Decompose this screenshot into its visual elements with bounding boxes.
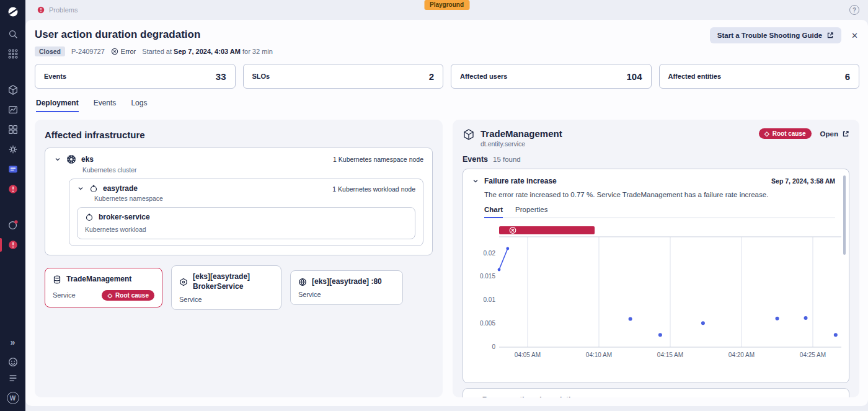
tree-node-workload[interactable]: broker-service Kubernetes workload — [77, 207, 415, 239]
service-name: TradeManagement — [66, 275, 131, 285]
svg-text:04:15 AM: 04:15 AM — [657, 351, 683, 358]
failure-rate-chart[interactable]: 04:05 AM04:10 AM04:15 AM04:20 AM04:25 AM… — [474, 221, 835, 371]
chevron-right-icon[interactable]: › — [473, 397, 476, 397]
infrastructure-title: Affected infrastructure — [45, 130, 433, 140]
logs-icon[interactable] — [5, 370, 21, 386]
breadcrumb-problems[interactable]: Problems — [37, 6, 78, 14]
chevron-down-icon[interactable] — [77, 185, 84, 192]
events-label: Events — [463, 155, 488, 164]
service-type: Service — [298, 291, 321, 298]
help-bot-icon[interactable] — [5, 354, 21, 370]
svg-text:04:25 AM: 04:25 AM — [800, 351, 826, 358]
service-name-line1: [eks][easytrade] — [193, 272, 250, 282]
stat-value: 104 — [626, 71, 642, 82]
open-entity-link[interactable]: Open — [820, 130, 849, 138]
service-card-trademanagement[interactable]: TradeManagement Service ◇ Root cause — [45, 268, 162, 307]
event-header[interactable]: Failure rate increase Sep 7, 2024, 3:58 … — [472, 177, 835, 185]
search-icon[interactable] — [5, 26, 21, 42]
event-timestamp: Sep 7, 2024, 4:01 AM — [775, 396, 839, 397]
stat-card-events[interactable]: Events 33 — [35, 64, 236, 89]
diamond-icon: ◇ — [107, 292, 112, 299]
root-cause-badge[interactable]: ◇ Root cause — [759, 128, 812, 139]
svg-text:0.01: 0.01 — [484, 296, 496, 303]
events-scrollbar[interactable] — [843, 175, 846, 255]
page-header: User action duration degradation Closed … — [35, 26, 859, 56]
tree-node-namespace: easytrade 1 Kubernetes workload node Kub… — [69, 179, 423, 246]
problems-icon[interactable] — [5, 181, 21, 197]
started-prefix: Started at — [142, 48, 172, 55]
svg-text:0.015: 0.015 — [480, 273, 495, 280]
cluster-head[interactable]: eks 1 Kubernetes namespace node — [54, 154, 423, 164]
service-name-line2: BrokerService — [193, 282, 250, 292]
cluster-type: Kubernetes cluster — [82, 166, 423, 174]
app-sidebar: » W — [0, 0, 25, 411]
svg-text:04:05 AM: 04:05 AM — [515, 351, 541, 358]
app-launcher-icon[interactable] — [5, 46, 21, 62]
events-count: 15 found — [493, 156, 521, 163]
chevron-down-icon[interactable] — [54, 156, 61, 162]
notifications-app-icon[interactable] — [5, 217, 21, 233]
stat-card-affected-entities[interactable]: Affected entities 6 — [659, 64, 860, 89]
event-tab-chart[interactable]: Chart — [484, 206, 503, 218]
event-tabs: Chart Properties — [484, 206, 835, 218]
workloads-icon[interactable] — [5, 122, 21, 138]
service-type: Service — [53, 291, 76, 299]
service-card-brokerservice[interactable]: [eks][easytrade] BrokerService Service — [171, 265, 281, 310]
playground-badge[interactable]: Playground — [424, 0, 469, 10]
detail-actions: ◇ Root cause Open — [759, 128, 849, 139]
detail-header: TradeManagement dt.entity.service ◇ Root… — [463, 128, 849, 148]
problem-meta-row: Closed P-2409727 Error Started at Sep 7,… — [35, 46, 859, 56]
globe-icon — [298, 278, 307, 286]
severity-label: Error — [121, 48, 136, 55]
stat-card-slos[interactable]: SLOs 2 — [243, 64, 444, 89]
problem-detail-page: User action duration degradation Closed … — [25, 20, 868, 406]
dynatrace-logo-icon[interactable] — [5, 4, 21, 20]
stat-value: 2 — [429, 71, 434, 82]
event-card-response-time[interactable]: › Response time degradation Sep 7, 2024,… — [463, 388, 849, 397]
service-name: [eks][easytrade] :80 — [312, 277, 382, 287]
close-icon[interactable]: ✕ — [851, 31, 858, 40]
dashboards-icon[interactable] — [5, 102, 21, 118]
main-tabs: Deployment Events Logs — [35, 99, 859, 112]
started-text: Started at Sep 7, 2024, 4:03 AM for 32 m… — [142, 48, 273, 55]
workflows-icon[interactable]: W — [5, 390, 21, 406]
infrastructure-icon[interactable] — [5, 82, 21, 98]
stat-value: 6 — [845, 71, 850, 82]
active-indicator-bar — [0, 238, 2, 252]
service-icon — [179, 278, 188, 286]
chevron-down-icon[interactable] — [472, 178, 479, 184]
content-row: Affected infrastructure eks 1 Kubernetes… — [35, 120, 859, 397]
kubernetes-namespace-icon — [89, 184, 98, 193]
tab-logs[interactable]: Logs — [131, 99, 147, 112]
problems-app-icon — [37, 6, 45, 14]
svg-text:0.005: 0.005 — [480, 320, 495, 327]
app-topbar: Problems Playground ? — [25, 0, 868, 20]
event-description: The error rate increased to 0.77 %. Serv… — [484, 191, 835, 198]
status-badge: Closed — [35, 46, 65, 56]
troubleshooting-guide-button[interactable]: Start a Trouble Shooting Guide — [710, 27, 841, 43]
external-link-icon — [842, 130, 849, 138]
service-card-port80[interactable]: [eks][easytrade] :80 Service — [290, 270, 403, 306]
header-actions: Start a Trouble Shooting Guide ✕ — [710, 27, 858, 43]
event-tab-properties[interactable]: Properties — [515, 206, 547, 218]
tab-deployment[interactable]: Deployment — [36, 99, 79, 112]
workload-type: Kubernetes workload — [85, 226, 407, 233]
expand-sidebar-icon[interactable]: » — [5, 334, 21, 350]
stat-card-affected-users[interactable]: Affected users 104 — [451, 64, 652, 89]
problems-active-icon[interactable] — [5, 237, 21, 253]
stat-label: Affected users — [460, 73, 507, 80]
extensions-icon[interactable] — [5, 161, 21, 177]
stat-label: Affected entities — [668, 73, 722, 80]
help-icon[interactable]: ? — [849, 5, 859, 15]
affected-infrastructure-panel: Affected infrastructure eks 1 Kubernetes… — [35, 120, 443, 397]
namespace-head[interactable]: easytrade 1 Kubernetes workload node — [77, 184, 415, 193]
sidebar-bottom-group: » W — [5, 334, 21, 406]
namespace-name: easytrade — [103, 184, 138, 193]
tree-node-cluster: eks 1 Kubernetes namespace node Kubernet… — [45, 148, 433, 255]
workload-head: broker-service — [85, 213, 407, 221]
service-type: Service — [179, 296, 202, 303]
root-cause-label: Root cause — [773, 130, 806, 137]
root-cause-badge[interactable]: ◇ Root cause — [102, 290, 154, 301]
tab-events[interactable]: Events — [94, 99, 117, 112]
settings-gear-icon[interactable] — [5, 141, 21, 157]
